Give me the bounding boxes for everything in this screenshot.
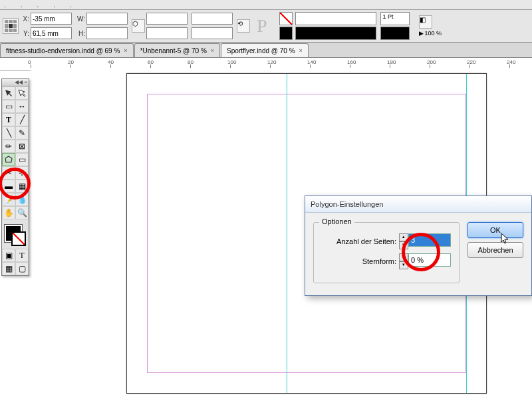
- gradient-feather-tool[interactable]: ▦: [15, 180, 29, 193]
- close-icon[interactable]: ×: [299, 47, 303, 54]
- rect-frame-tool[interactable]: ⊠: [15, 140, 29, 153]
- pencil-tool[interactable]: ✏: [2, 140, 15, 153]
- gap-tool[interactable]: ↔: [15, 100, 29, 113]
- scissors-tool[interactable]: ✂: [2, 166, 15, 180]
- pen-tool[interactable]: ✎: [15, 126, 29, 140]
- type-tool[interactable]: T: [2, 113, 15, 126]
- menu-bar: .....: [0, 0, 532, 10]
- control-bar: X:-35 mm Y:61,5 mm W: H: ⬡ ⟲ P: [0, 10, 532, 43]
- stroke-weight-input[interactable]: 1 Pt: [380, 12, 410, 25]
- hand-tool[interactable]: ✋: [2, 206, 15, 219]
- polygon-tool[interactable]: [2, 153, 15, 166]
- note-tool[interactable]: 📝: [2, 193, 15, 206]
- y-input[interactable]: 61,5 mm: [31, 27, 72, 39]
- view-mode-normal[interactable]: ▦: [2, 262, 15, 275]
- close-icon[interactable]: ×: [124, 47, 127, 54]
- ok-button[interactable]: OK: [467, 222, 523, 238]
- h-input[interactable]: [86, 27, 128, 39]
- x-label: X:: [20, 15, 29, 23]
- star-label: Sternform:: [322, 257, 396, 265]
- zoom-tool[interactable]: 🔍: [15, 206, 29, 219]
- gradient-tool[interactable]: ▬: [2, 180, 15, 193]
- direct-select-tool[interactable]: [15, 86, 29, 100]
- scale-y-input[interactable]: [146, 27, 188, 39]
- cancel-button[interactable]: Abbrechen: [467, 242, 523, 258]
- format-text-icon[interactable]: T: [15, 249, 29, 262]
- shear-input[interactable]: [192, 27, 233, 39]
- rect-tool[interactable]: ▭: [15, 153, 29, 166]
- doc-tabs: fitness-studio-endversion.indd @ 69 %× *…: [0, 43, 532, 58]
- options-fieldset: Optionen Anzahl der Seiten: ▴▾ 3 Sternfo…: [313, 222, 460, 283]
- fill-style-input[interactable]: [295, 12, 376, 25]
- line-tool[interactable]: ╲: [2, 126, 15, 140]
- w-label: W:: [76, 15, 85, 23]
- path-type-tool[interactable]: ╱: [15, 113, 29, 126]
- ref-point-icon[interactable]: [3, 18, 19, 34]
- fill-stroke-swatches[interactable]: [2, 222, 29, 249]
- scale-x-input[interactable]: [146, 13, 188, 25]
- tools-header[interactable]: ◀◀×: [2, 79, 29, 86]
- page-tool[interactable]: ▭: [2, 100, 15, 113]
- tools-panel: ◀◀× ▭ ↔ T ╱ ╲ ✎ ✏ ⊠ ▭ ✂ ⊹ ▬ ▦ 📝 💧 ✋ 🔍: [1, 78, 29, 276]
- close-icon[interactable]: ×: [211, 47, 214, 54]
- eyedropper-tool[interactable]: 💧: [15, 193, 29, 206]
- y-label: Y:: [20, 30, 29, 37]
- tab-unbenannt[interactable]: *Unbenannt-5 @ 70 %×: [134, 43, 220, 57]
- star-input[interactable]: 0 %: [408, 253, 451, 267]
- star-down[interactable]: ▾: [399, 261, 408, 269]
- options-legend: Optionen: [319, 217, 354, 225]
- dialog-title: Polygon-Einstellungen: [305, 196, 531, 213]
- sides-down[interactable]: ▾: [399, 241, 408, 249]
- sides-input[interactable]: 3: [408, 233, 451, 247]
- opacity-icon[interactable]: ◧: [419, 15, 432, 29]
- link-icon[interactable]: ⬡: [132, 19, 145, 33]
- format-container-icon[interactable]: ▣: [2, 249, 15, 262]
- sides-label: Anzahl der Seiten:: [322, 237, 396, 245]
- fill-swatch[interactable]: [279, 12, 293, 25]
- h-label: H:: [76, 30, 85, 37]
- rotate-input[interactable]: [192, 13, 233, 25]
- w-input[interactable]: [86, 13, 128, 25]
- flip-h-icon[interactable]: ⟲: [237, 19, 250, 33]
- transform-tool[interactable]: ⊹: [15, 166, 29, 180]
- star-up[interactable]: ▴: [399, 253, 408, 261]
- stroke-style-input[interactable]: [295, 27, 376, 40]
- paragraph-p-icon: P: [257, 15, 267, 37]
- stroke-swatch[interactable]: [11, 231, 26, 246]
- guide-vertical[interactable]: [287, 74, 287, 393]
- zoom-value: 100 %: [425, 30, 442, 37]
- view-mode-preview[interactable]: ▢: [15, 262, 29, 275]
- stroke-type-input[interactable]: [380, 27, 410, 40]
- x-input[interactable]: -35 mm: [31, 13, 72, 25]
- selection-tool[interactable]: [2, 86, 15, 100]
- polygon-dialog: Polygon-Einstellungen Optionen Anzahl de…: [305, 196, 532, 296]
- tab-sportflyer[interactable]: Sportflyer.indd @ 70 %×: [221, 43, 309, 57]
- stroke-swatch[interactable]: [279, 27, 293, 40]
- svg-marker-0: [5, 156, 12, 162]
- sides-up[interactable]: ▴: [399, 233, 408, 241]
- tab-fitness[interactable]: fitness-studio-endversion.indd @ 69 %×: [0, 43, 134, 57]
